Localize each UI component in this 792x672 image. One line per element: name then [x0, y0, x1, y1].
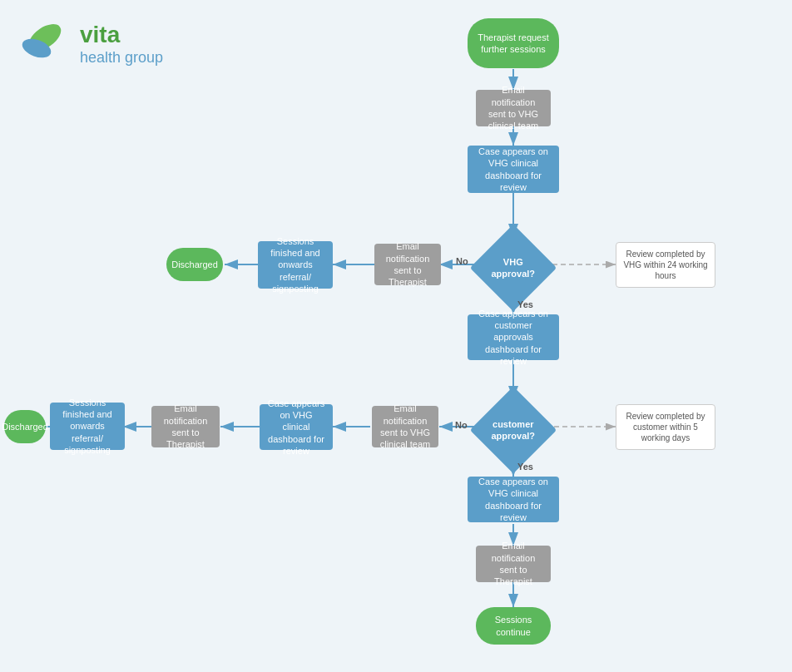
email-vhg-1-node: Email notification sent to VHG clinical …	[476, 90, 551, 126]
therapist-request-node: Therapist request further sessions	[468, 18, 559, 68]
logo-vita: vita	[80, 21, 163, 49]
case-vhg-dashboard-1-node: Case appears on VHG clinical dashboard f…	[468, 146, 559, 193]
sessions-finished-1-node: Sessions finished and onwards referral/ …	[258, 241, 333, 289]
customer-approval-node: customer approval?	[470, 387, 557, 474]
note-customer-node: Review completed by customer within 5 wo…	[616, 404, 715, 450]
customer-approval-diamond-wrapper: customer approval?	[483, 399, 544, 461]
logo-health: health group	[80, 49, 163, 67]
note-vhg-node: Review completed by VHG within 24 workin…	[616, 242, 715, 288]
logo-text: vita health group	[80, 21, 163, 67]
vhg-approval-diamond-wrapper: VHG approval?	[483, 237, 544, 299]
logo: vita health group	[13, 17, 163, 71]
sessions-continue-node: Sessions continue	[476, 607, 551, 645]
email-therapist-1-node: Email notification sent to Therapist	[374, 244, 441, 285]
customer-yes-label: Yes	[517, 462, 533, 472]
case-customer-dashboard-node: Case appears on customer approvals dashb…	[468, 314, 559, 360]
discharged-1-node: Discharged	[166, 248, 223, 281]
vhg-approval-node: VHG approval?	[470, 225, 557, 312]
sessions-finished-2-node: Sessions finished and onwards referral/ …	[50, 403, 125, 450]
discharged-2-node: Discharged	[4, 410, 46, 443]
logo-leaf-icon	[13, 17, 72, 71]
case-vhg-dashboard-3-node: Case appears on VHG clinical dashboard f…	[468, 477, 559, 522]
vhg-no-label: No	[456, 256, 468, 266]
customer-no-label: No	[455, 420, 468, 430]
email-therapist-3-node: Email notification sent to Therapist	[476, 546, 551, 582]
case-vhg-dashboard-2-node: Case appears on VHG clinical dashboard f…	[260, 404, 333, 450]
email-vhg-2-node: Email notification sent to VHG clinical …	[372, 406, 438, 447]
arrows-svg	[0, 0, 792, 672]
flow-diagram: vita health group Therapist request furt…	[0, 0, 792, 672]
email-therapist-2-node: Email notification sent to Therapist	[151, 406, 220, 447]
